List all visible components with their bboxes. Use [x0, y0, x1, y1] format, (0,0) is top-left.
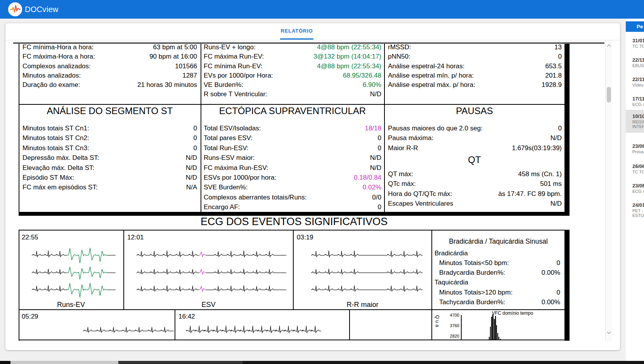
report-row: Runs-ESV maior:N/D — [204, 153, 381, 163]
report-row: Análise espetral mín. p/ hora:201.8 — [388, 71, 562, 80]
report-row: FC máxima-Hora a hora:90 bpm at 16:00 — [23, 52, 197, 61]
sidebar-item-exam[interactable]: 10/10REGISINTER — [626, 110, 644, 133]
exam-description: Prova — [632, 149, 644, 154]
exam-date: 26/06 — [632, 163, 644, 170]
supraventricular-rows: Total ESV/Isoladas:18/18Total pares ESV:… — [204, 123, 381, 212]
report-row: pNN50:0 — [388, 52, 562, 61]
report-row: Runs-EV + longo:4@88 bpm (22:55:34) — [204, 43, 381, 52]
report-row: FC máx em episódios ST:N/A — [23, 182, 197, 192]
ecg-strip-pause — [310, 281, 423, 298]
vfc-tick-4700: 4700 — [444, 313, 459, 317]
exam-date: 31/01 — [632, 37, 644, 44]
report-row: Complexos analizados:101566 — [23, 62, 197, 71]
report-row: FC mínima Run-EV:4@88 bpm (22:55:34) — [204, 62, 381, 71]
bottom-taskbar-strip — [118, 361, 242, 364]
sidebar-item-exam[interactable]: 17/11ECG s — [626, 92, 644, 110]
tab-active-indicator — [280, 38, 313, 40]
sidebar-item-exam[interactable]: 24/01PET -ESTU — [626, 199, 644, 221]
exam-date: 10/10 — [632, 113, 644, 120]
exam-description: ECG s — [632, 102, 644, 107]
scroll-down-arrow-icon[interactable] — [607, 330, 611, 334]
vfc-histogram — [462, 312, 563, 340]
event-time: 16:42 — [178, 313, 195, 321]
scroll-up-arrow-icon[interactable] — [607, 45, 611, 49]
event-time: 12:01 — [127, 234, 144, 241]
vfc-tick-3760: 3760 — [444, 323, 459, 328]
report-row: FC máxima Run-ESV:N/D — [204, 163, 381, 173]
ecg-strip-fast — [186, 323, 322, 338]
report-row: Minutos analizados:1287 — [23, 71, 197, 80]
exam-date: 22/11 — [632, 57, 644, 63]
event-label: Runs-EV — [19, 301, 123, 309]
events-table-divider-r1c1 — [123, 230, 124, 309]
report-row: Hora do QT/QTc máx:às 17:47. FC 89 bpm. — [388, 189, 562, 199]
tab-relatorio[interactable]: RELATÓRIO — [273, 28, 321, 34]
bottom-taskbar-strip — [10, 361, 118, 364]
exam-date: 23/08 — [632, 143, 644, 149]
event-time: 03:19 — [297, 234, 313, 241]
exam-date: 24/01 — [632, 202, 644, 208]
events-table-divider-r2c2 — [349, 309, 350, 340]
exam-description: TC TO — [632, 170, 644, 174]
sidebar-item-exam[interactable]: 31/01TC TO — [626, 34, 644, 52]
sidebar-item-exam[interactable]: 26/06TC TO — [626, 160, 644, 177]
report-page-top-edge — [13, 42, 604, 44]
report-row: Minutos totais ST Cn1:0 — [23, 123, 197, 133]
sidebar-header: Pe — [626, 21, 644, 32]
summary-table-border-right — [564, 42, 570, 216]
qt-rows: QT máx:458 ms (Cn. 1)QTc máx:501 msHora … — [388, 169, 562, 209]
report-row: Escapes VentricularesN/D — [388, 199, 562, 208]
event-time: 22:55 — [22, 234, 38, 241]
exam-description: Vídeo — [632, 83, 644, 87]
sidebar-item-exam[interactable]: 22/11Vídeo — [626, 73, 644, 90]
ecg-strip-esv — [136, 247, 287, 263]
ecg-strip-pause — [310, 264, 423, 281]
report-vertical-scrollbar[interactable] — [605, 40, 612, 341]
report-scroll-viewport[interactable]: FC mínima-Hora a hora:63 bpm at 5:00FC m… — [12, 40, 612, 341]
report-row: Pausa máxima:N/D — [388, 133, 562, 143]
events-table-border-top — [19, 230, 570, 231]
summary-table-border-left — [19, 42, 19, 216]
report-row: Total Run-ESV:0 — [204, 143, 381, 153]
section-title-supraventricular: ECTÓPICA SUPRAVENTRICULAR — [201, 106, 384, 116]
sidebar-item-exam[interactable]: 23/06ECG s — [626, 179, 644, 197]
vfc-y-axis-label: Qua — [435, 315, 440, 329]
report-row: Episódio ST Máx:N/D — [23, 173, 197, 182]
event-label: R-R maior — [294, 301, 431, 309]
exam-description: TC TO — [632, 44, 644, 49]
ecg-strip-run — [31, 281, 116, 298]
report-row: ESVs por 1000/por hora:0.18/0.84 — [204, 173, 381, 182]
event-time: 05:29 — [22, 313, 38, 321]
exam-description: INTER — [632, 124, 644, 129]
events-table-divider-r2c1 — [175, 309, 175, 340]
report-row: FC mínima-Hora a hora:63 bpm at 5:00 — [23, 43, 197, 52]
report-row: EVs por 1000/por Hora:68.95/326.48 — [204, 71, 381, 80]
exam-history-sidebar: Pe 31/01TC TO22/11EBUS22/11Vídeo17/11ECG… — [626, 19, 644, 364]
app-title: DOCview — [25, 5, 59, 14]
summary-col1-rows: FC mínima-Hora a hora:63 bpm at 5:00FC m… — [23, 43, 197, 90]
report-row: SVE Burden%:0.02% — [204, 182, 381, 192]
sidebar-item-exam[interactable]: 22/11EBUS — [626, 54, 644, 71]
exam-date: 22/11 — [632, 76, 644, 83]
app-header-bar: DOCview — [0, 0, 644, 19]
summary-col2-rows: Runs-EV + longo:4@88 bpm (22:55:34)FC má… — [204, 43, 381, 99]
report-row: Maior R-R1.679s(03:19:39) — [388, 143, 562, 153]
events-table-border-right — [564, 230, 570, 341]
ecg-strip-esv — [136, 281, 287, 298]
scrollbar-thumb[interactable] — [607, 87, 611, 102]
exam-description: REGIS — [632, 120, 644, 124]
events-table-border-left — [19, 230, 19, 341]
exam-description: PET - — [632, 208, 644, 213]
report-row: Total pares ESV:0 — [204, 133, 381, 143]
ecg-strip-pause — [310, 247, 423, 263]
report-row: FC máxima Run-EV:3@132 bpm (14:04:17) — [204, 52, 381, 61]
summary-table-divider-2 — [384, 42, 385, 212]
report-row: VE Burden%:6.90% — [204, 80, 381, 90]
events-table-divider-col4 — [431, 230, 432, 340]
report-row: Minutos totais ST Cn2:0 — [23, 133, 197, 143]
ecg-waveform-icon — [9, 3, 21, 15]
sidebar-item-exam[interactable]: 23/08Prova — [626, 140, 644, 157]
summary-table-border-bottom — [19, 212, 570, 216]
ecg-strip-normal — [82, 323, 175, 338]
section-title-qt: QT — [384, 154, 564, 165]
